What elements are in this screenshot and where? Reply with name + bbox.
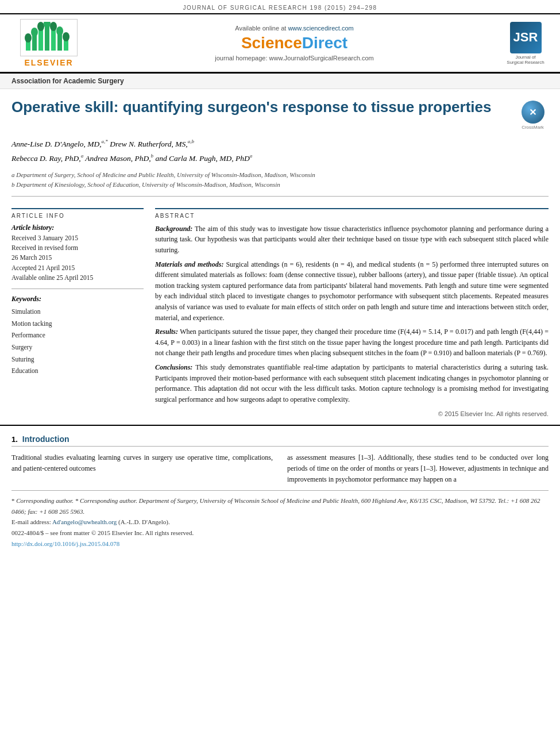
author-3: Rebecca D. Ray, PhD,	[11, 153, 81, 162]
svg-point-11	[50, 22, 57, 31]
keywords-section: Keywords: Simulation Motion tacking Perf…	[11, 295, 144, 377]
bottom-section: 1. Introduction Traditional studies eval…	[0, 425, 560, 490]
abstract-header: Abstract	[155, 213, 549, 219]
history-label: Article history:	[11, 224, 144, 232]
corresponding-asterisk: * Corresponding author.	[11, 497, 74, 504]
article-info-header: Article Info	[11, 213, 144, 219]
keywords-label: Keywords:	[11, 295, 144, 303]
article-info-col: Article Info Article history: Received 3…	[11, 208, 144, 420]
doi-link[interactable]: http://dx.doi.org/10.1016/j.jss.2015.04.…	[11, 540, 119, 547]
article-title-section: Operative skill: quantifying surgeon's r…	[11, 98, 549, 130]
author-1: Anne-Lise D. D'Angelo, MD,	[11, 140, 102, 148]
author-4-sup: b	[151, 153, 154, 159]
crossmark-icon: ✕	[522, 101, 544, 124]
association-label: Association for Academic Surgery	[0, 74, 560, 89]
abstract-conclusions: Conclusions: This study demonstrates qua…	[155, 362, 549, 405]
background-label: Background:	[155, 225, 192, 233]
email-footnote: E-mail address: Ad'angelo@uwhealth.org (…	[11, 517, 549, 528]
received-revised: Received in revised form26 March 2015	[11, 243, 144, 263]
keyword-education: Education	[11, 365, 144, 377]
journal-homepage: journal homepage: www.JournalofSurgicalR…	[86, 55, 503, 61]
divider-1	[11, 196, 549, 197]
main-content: Operative skill: quantifying surgeon's r…	[0, 89, 560, 425]
svg-point-10	[44, 22, 51, 28]
author-3-sup: a	[81, 153, 84, 159]
article-title: Operative skill: quantifying surgeon's r…	[11, 98, 508, 117]
intro-text-right: as assessment measures [1–3]. Additional…	[287, 452, 549, 484]
affiliation-b: b Department of Kinesiology, School of E…	[11, 180, 549, 190]
crossmark-label: CrossMark	[522, 125, 544, 130]
jsr-subtitle: Journal ofSurgical Research	[507, 55, 544, 65]
issn-footnote: 0022-4804/$ – see front matter © 2015 El…	[11, 528, 549, 539]
keyword-surgery: Surgery	[11, 341, 144, 353]
abstract-background: Background: The aim of this study was to…	[155, 224, 549, 256]
authors: Anne-Lise D. D'Angelo, MD,a,* Drew N. Ru…	[11, 137, 549, 166]
available-online-date: Available online 25 April 2015	[11, 273, 144, 283]
elsevier-tree-icon	[20, 19, 78, 56]
intro-text-left: Traditional studies evaluating learning …	[11, 452, 273, 474]
keyword-suturing: Suturing	[11, 353, 144, 366]
abstract-col: Abstract Background: The aim of this stu…	[155, 208, 549, 420]
journal-title-top: Journal of Surgical Research 198 (2015) …	[0, 5, 560, 11]
center-banner: Available online at www.sciencedirect.co…	[86, 25, 503, 61]
methods-label: Materials and methods:	[155, 260, 223, 268]
copyright-line: © 2015 Elsevier Inc. All rights reserved…	[155, 409, 549, 419]
journal-header: Journal of Surgical Research 198 (2015) …	[0, 0, 560, 14]
abstract-text: Background: The aim of this study was to…	[155, 224, 549, 420]
divider-keywords	[11, 289, 144, 289]
keyword-motion-tracking: Motion tacking	[11, 318, 144, 330]
available-online-text: Available online at www.sciencedirect.co…	[86, 25, 503, 32]
keyword-performance: Performance	[11, 329, 144, 341]
author-5: and Carla M. Pugh, MD, PhD	[155, 153, 249, 162]
email-suffix: (A.-L.D. D'Angelo).	[118, 518, 170, 525]
author-2-sup: a,b	[188, 139, 194, 144]
corresponding-text: * Corresponding author. Department of Su…	[11, 497, 540, 515]
svg-point-9	[37, 22, 44, 31]
info-abstract-section: Article Info Article history: Received 3…	[11, 202, 549, 425]
svg-point-13	[63, 32, 69, 41]
conclusions-label: Conclusions:	[155, 363, 192, 371]
author-5-sup: a	[250, 153, 253, 159]
conclusions-text: This study demonstrates quantifiable rea…	[155, 363, 549, 403]
introduction-right: as assessment measures [1–3]. Additional…	[287, 452, 549, 484]
email-label: E-mail address:	[11, 518, 51, 525]
introduction-title-row: 1. Introduction	[11, 434, 549, 447]
author-2: Drew N. Rutherford, MS,	[110, 140, 188, 148]
results-text: When participants sutured the tissue pap…	[155, 328, 549, 357]
section-number: 1.	[11, 435, 18, 444]
author-4: Andrea Mason, PhD,	[85, 153, 150, 162]
doi-footnote: http://dx.doi.org/10.1016/j.jss.2015.04.…	[11, 539, 549, 549]
elsevier-logo: ELSEVIER	[11, 19, 86, 67]
sciencedirect-url[interactable]: www.sciencedirect.com	[288, 25, 353, 32]
svg-point-8	[31, 28, 38, 37]
introduction-body: Traditional studies evaluating learning …	[11, 452, 549, 484]
logo-banner: ELSEVIER Available online at www.science…	[0, 14, 560, 74]
received-date: Received 3 January 2015	[11, 233, 144, 243]
introduction-title: Introduction	[22, 434, 69, 444]
affiliation-a: a Department of Surgery, School of Medic…	[11, 170, 549, 180]
jsr-logo: JSR Journal ofSurgical Research	[503, 22, 549, 65]
svg-rect-3	[45, 25, 49, 51]
introduction-left: Traditional studies evaluating learning …	[11, 452, 273, 484]
keyword-simulation: Simulation	[11, 306, 144, 318]
background-text: The aim of this study was to investigate…	[155, 225, 549, 254]
methods-text: Surgical attendings (n = 6), residents (…	[155, 260, 549, 322]
elsevier-label: ELSEVIER	[24, 58, 73, 67]
crossmark-logo: ✕ CrossMark	[517, 101, 549, 130]
svg-point-7	[25, 33, 32, 43]
corresponding-footnote: * Corresponding author. * Corresponding …	[11, 495, 549, 517]
author-1-sup: a,*	[102, 139, 108, 144]
abstract-methods: Materials and methods: Surgical attendin…	[155, 259, 549, 324]
email-link[interactable]: Ad'angelo@uwhealth.org	[52, 518, 117, 525]
article-history: Article history: Received 3 January 2015…	[11, 224, 144, 283]
footnotes: * Corresponding author. * Corresponding …	[11, 490, 549, 549]
jsr-box: JSR	[510, 22, 542, 53]
affiliations: a Department of Surgery, School of Medic…	[11, 170, 549, 190]
sciencedirect-brand: ScienceDirect	[86, 34, 503, 52]
accepted-date: Accepted 21 April 2015	[11, 263, 144, 273]
svg-point-12	[56, 26, 63, 36]
results-label: Results:	[155, 328, 178, 336]
abstract-results: Results: When participants sutured the t…	[155, 326, 549, 359]
